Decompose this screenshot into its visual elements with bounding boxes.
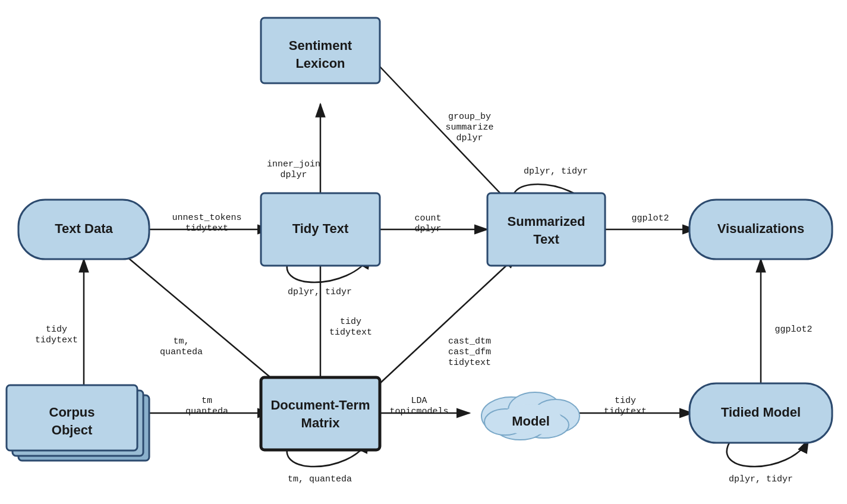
- edge-tidied-self: [727, 440, 808, 467]
- label-inner-join: inner_join: [267, 159, 320, 169]
- label-tidytext-3: tidytext: [448, 358, 491, 368]
- label-tidy-2: tidy: [340, 317, 361, 327]
- label-cast-dtm: cast_dtm: [448, 336, 491, 346]
- label-topicmodels: topicmodels: [389, 407, 448, 417]
- label-dplyr-tidyr-1: dplyr, tidyr: [524, 166, 588, 177]
- label-tidytext-4: tidytext: [329, 327, 372, 338]
- label-tm-1: tm,: [173, 336, 189, 346]
- label-dplyr-1: dplyr: [280, 170, 307, 180]
- label-dplyr-tidyr-2: dplyr, tidyr: [288, 287, 352, 297]
- sentiment-lexicon-label2: Lexicon: [295, 56, 345, 71]
- label-quanteda-1: quanteda: [160, 347, 203, 357]
- label-tidytext-2: tidytext: [35, 335, 78, 345]
- edge-sentiment-summarized: [380, 67, 517, 211]
- label-ggplot2-1: ggplot2: [631, 213, 669, 223]
- label-tm-2: tm: [201, 396, 212, 406]
- corpus-object-label2: Object: [52, 423, 93, 437]
- summarized-text-node: [487, 193, 605, 266]
- visualizations-label: Visualizations: [717, 221, 804, 236]
- label-dplyr-2: dplyr: [456, 133, 483, 143]
- dtm-label2: Matrix: [301, 415, 341, 430]
- label-quanteda-2: quanteda: [185, 407, 228, 417]
- label-tidytext-5: tidytext: [604, 407, 647, 417]
- label-tidy-3: tidy: [615, 396, 636, 406]
- model-node: Model: [481, 392, 580, 440]
- label-tm-quanteda-self: tm, quanteda: [288, 474, 352, 484]
- corpus-object-label1: Corpus: [49, 405, 95, 420]
- dtm-node: [261, 377, 380, 450]
- label-lda: LDA: [411, 396, 427, 406]
- label-summarize: summarize: [445, 122, 493, 133]
- label-tidy-1: tidy: [46, 325, 67, 335]
- diagram-svg: unnest_tokens tidytext inner_join dplyr …: [0, 0, 847, 504]
- tidy-text-label: Tidy Text: [292, 221, 349, 236]
- label-dplyr-3: dplyr: [414, 224, 441, 234]
- dtm-label1: Document-Term: [270, 398, 370, 412]
- text-data-label: Text Data: [55, 221, 113, 236]
- label-tidytext-1: tidytext: [185, 223, 228, 234]
- edge-dtm-summarized: [370, 256, 517, 392]
- edge-textdata-dtm: [125, 256, 285, 390]
- label-cast-dfm: cast_dfm: [448, 347, 491, 357]
- summarized-text-label1: Summarized: [508, 214, 585, 229]
- label-group-by: group_by: [448, 112, 491, 122]
- summarized-text-label2: Text: [533, 232, 559, 247]
- sentiment-lexicon-label: Sentiment: [289, 38, 352, 53]
- label-ggplot2-2: ggplot2: [774, 325, 812, 335]
- tidied-model-label: Tidied Model: [721, 405, 801, 420]
- model-label: Model: [512, 414, 550, 429]
- label-count: count: [414, 213, 441, 223]
- label-unnest-tokens: unnest_tokens: [172, 213, 241, 223]
- label-dplyr-tidyr-3: dplyr, tidyr: [729, 474, 793, 484]
